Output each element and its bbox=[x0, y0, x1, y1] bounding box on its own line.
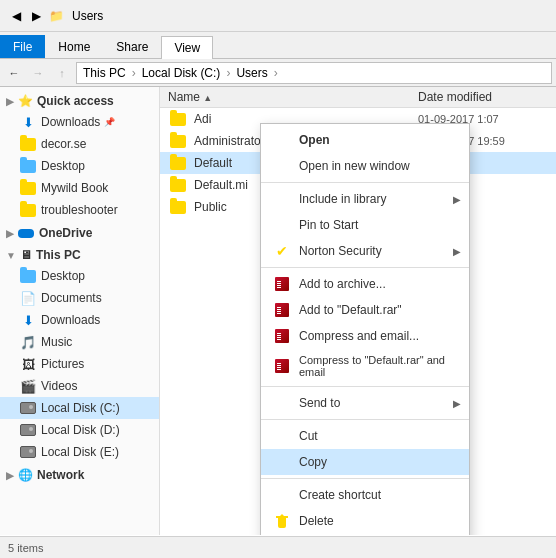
expand-icon-network: ▶ bbox=[6, 470, 14, 481]
sidebar-header-network[interactable]: ▶ 🌐 Network bbox=[0, 465, 159, 485]
sidebar-section-quick-access: ▶ ⭐ Quick access ⬇ Downloads 📌 decor.se bbox=[0, 91, 159, 221]
status-text: 5 items bbox=[8, 542, 43, 554]
ctx-pin-start[interactable]: Pin to Start bbox=[261, 212, 469, 238]
path-users[interactable]: Users bbox=[236, 66, 267, 80]
ctx-cut[interactable]: Cut bbox=[261, 423, 469, 449]
sidebar-item-pictures[interactable]: 🖼 Pictures bbox=[0, 353, 159, 375]
ctx-open-new-window[interactable]: Open in new window bbox=[261, 153, 469, 179]
ctx-delete[interactable]: Delete bbox=[261, 508, 469, 534]
sidebar-music-label: Music bbox=[41, 335, 72, 349]
back-button[interactable]: ← bbox=[4, 63, 24, 83]
ctx-add-archive-icon bbox=[273, 276, 291, 292]
forward-icon: ▶ bbox=[28, 8, 44, 24]
sidebar: ▶ ⭐ Quick access ⬇ Downloads 📌 decor.se bbox=[0, 87, 160, 535]
ribbon-tabs: File Home Share View bbox=[0, 32, 556, 58]
sidebar-item-music[interactable]: 🎵 Music bbox=[0, 331, 159, 353]
ctx-compress-default-email-icon bbox=[273, 358, 291, 374]
sidebar-section-network: ▶ 🌐 Network bbox=[0, 465, 159, 485]
path-sep-2: › bbox=[226, 66, 230, 80]
ctx-pin-start-label: Pin to Start bbox=[299, 218, 453, 232]
ctx-add-default-rar[interactable]: Add to "Default.rar" bbox=[261, 297, 469, 323]
ctx-add-archive-label: Add to archive... bbox=[299, 277, 453, 291]
forward-button[interactable]: → bbox=[28, 63, 48, 83]
sidebar-item-desktop-quick[interactable]: Desktop bbox=[0, 155, 159, 177]
ctx-delete-label: Delete bbox=[299, 514, 453, 528]
sidebar-quick-access-label: Quick access bbox=[37, 94, 114, 108]
ctx-compress-email-label: Compress and email... bbox=[299, 329, 453, 343]
music-icon: 🎵 bbox=[20, 334, 36, 350]
path-local-disk[interactable]: Local Disk (C:) bbox=[142, 66, 221, 80]
tab-home[interactable]: Home bbox=[45, 35, 103, 58]
sidebar-troubleshooter-label: troubleshooter bbox=[41, 203, 118, 217]
sidebar-mywild-label: Mywild Book bbox=[41, 181, 108, 195]
ctx-include-library[interactable]: Include in library ▶ bbox=[261, 186, 469, 212]
sidebar-item-desktop-pc[interactable]: Desktop bbox=[0, 265, 159, 287]
sidebar-section-onedrive: ▶ OneDrive bbox=[0, 223, 159, 243]
sidebar-item-downloads-quick[interactable]: ⬇ Downloads 📌 bbox=[0, 111, 159, 133]
ctx-send-to[interactable]: Send to ▶ bbox=[261, 390, 469, 416]
title-bar-controls: ◀ ▶ 📁 bbox=[8, 8, 64, 24]
sidebar-item-local-disk-c[interactable]: Local Disk (C:) bbox=[0, 397, 159, 419]
path-this-pc[interactable]: This PC bbox=[83, 66, 126, 80]
ctx-rename[interactable]: Rename bbox=[261, 534, 469, 535]
sidebar-header-onedrive[interactable]: ▶ OneDrive bbox=[0, 223, 159, 243]
sidebar-local-disk-d-label: Local Disk (D:) bbox=[41, 423, 120, 437]
administrator-folder-icon bbox=[168, 133, 188, 149]
ctx-compress-email[interactable]: Compress and email... bbox=[261, 323, 469, 349]
ctx-open-label: Open bbox=[299, 133, 453, 147]
adi-folder-icon bbox=[168, 111, 188, 127]
context-menu: Open Open in new window Include in libra… bbox=[260, 123, 470, 535]
ctx-add-default-rar-icon bbox=[273, 302, 291, 318]
sidebar-item-videos[interactable]: 🎬 Videos bbox=[0, 375, 159, 397]
ctx-compress-email-icon bbox=[273, 328, 291, 344]
title-bar: ◀ ▶ 📁 Users bbox=[0, 0, 556, 32]
sidebar-item-decorse[interactable]: decor.se bbox=[0, 133, 159, 155]
sidebar-item-local-disk-e[interactable]: Local Disk (E:) bbox=[0, 441, 159, 463]
ctx-send-to-icon bbox=[273, 395, 291, 411]
ctx-copy[interactable]: Copy bbox=[261, 449, 469, 475]
ctx-open-new-window-icon bbox=[273, 158, 291, 174]
sidebar-item-troubleshooter[interactable]: troubleshooter bbox=[0, 199, 159, 221]
ctx-norton[interactable]: ✔ Norton Security ▶ bbox=[261, 238, 469, 264]
ctx-sep-3 bbox=[261, 386, 469, 387]
ctx-pin-start-icon bbox=[273, 217, 291, 233]
expand-icon-thispc: ▼ bbox=[6, 250, 16, 261]
ctx-send-to-label: Send to bbox=[299, 396, 453, 410]
expand-icon-quick-access: ▶ bbox=[6, 96, 14, 107]
ctx-sep-4 bbox=[261, 419, 469, 420]
up-button[interactable]: ↑ bbox=[52, 63, 72, 83]
ctx-cut-icon bbox=[273, 428, 291, 444]
status-bar: 5 items bbox=[0, 536, 556, 558]
col-header-date[interactable]: Date modified bbox=[418, 90, 548, 104]
ctx-norton-arrow: ▶ bbox=[453, 246, 461, 257]
tab-file[interactable]: File bbox=[0, 35, 45, 58]
downloads-pc-icon: ⬇ bbox=[20, 312, 36, 328]
ctx-open[interactable]: Open bbox=[261, 127, 469, 153]
sidebar-header-quick-access[interactable]: ▶ ⭐ Quick access bbox=[0, 91, 159, 111]
sidebar-item-downloads-pc[interactable]: ⬇ Downloads bbox=[0, 309, 159, 331]
sidebar-desktop-pc-label: Desktop bbox=[41, 269, 85, 283]
tab-share[interactable]: Share bbox=[103, 35, 161, 58]
sidebar-item-documents[interactable]: 📄 Documents bbox=[0, 287, 159, 309]
col-header-name[interactable]: Name ▲ bbox=[168, 90, 418, 104]
address-path[interactable]: This PC › Local Disk (C:) › Users › bbox=[76, 62, 552, 84]
file-area: Name ▲ Date modified Adi 01-09-2017 1:07… bbox=[160, 87, 556, 535]
public-folder-icon bbox=[168, 199, 188, 215]
sidebar-videos-label: Videos bbox=[41, 379, 77, 393]
downloads-icon: ⬇ bbox=[20, 114, 36, 130]
ctx-compress-default-email[interactable]: Compress to "Default.rar" and email bbox=[261, 349, 469, 383]
sidebar-section-thispc: ▼ 🖥 This PC Desktop 📄 Documents ⬇ bbox=[0, 245, 159, 463]
drive-c-icon bbox=[20, 400, 36, 416]
ctx-add-archive[interactable]: Add to archive... bbox=[261, 271, 469, 297]
ctx-norton-label: Norton Security bbox=[299, 244, 453, 258]
sidebar-item-local-disk-d[interactable]: Local Disk (D:) bbox=[0, 419, 159, 441]
ctx-delete-icon bbox=[273, 513, 291, 529]
ctx-copy-icon bbox=[273, 454, 291, 470]
pin-icon: 📌 bbox=[104, 117, 115, 127]
ctx-create-shortcut-label: Create shortcut bbox=[299, 488, 453, 502]
ctx-create-shortcut[interactable]: Create shortcut bbox=[261, 482, 469, 508]
ctx-copy-label: Copy bbox=[299, 455, 453, 469]
sidebar-item-mywild[interactable]: Mywild Book bbox=[0, 177, 159, 199]
sidebar-header-thispc[interactable]: ▼ 🖥 This PC bbox=[0, 245, 159, 265]
tab-view[interactable]: View bbox=[161, 36, 213, 59]
